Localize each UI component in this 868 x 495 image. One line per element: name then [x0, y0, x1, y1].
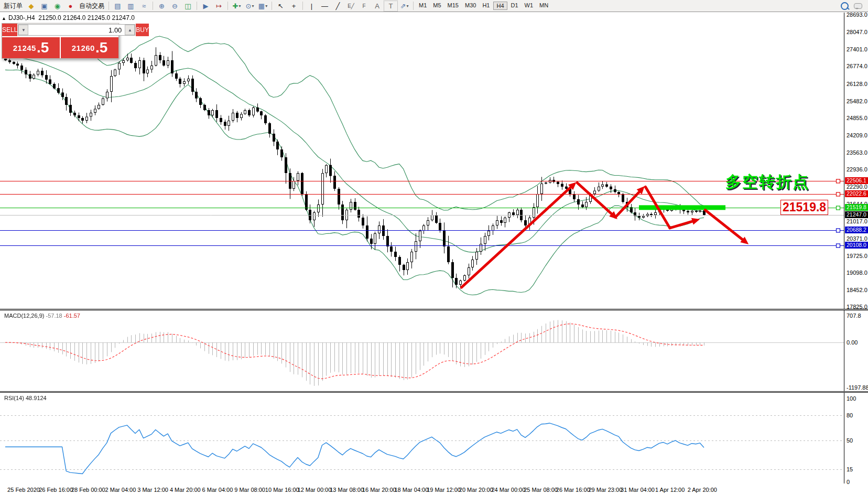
text-icon[interactable]: A [371, 1, 384, 11]
fibonacci-icon[interactable]: F [357, 1, 371, 11]
tile-windows-icon[interactable]: ◫ [181, 1, 194, 11]
rsi-value: 48.9124 [26, 395, 47, 401]
template-icon: ▦ [258, 2, 265, 10]
timeframe-m1[interactable]: M1 [416, 2, 429, 10]
horizontal-line-icon[interactable]: — [318, 1, 331, 11]
collapse-panel-icon[interactable]: ▲ [2, 16, 6, 21]
mt4-window: 新订单 ◆ ▣ ◉ ● 自动交易 ▤ ▥ ≈ ⊕ ⊖ ◫ ▶ ↦ ✚▾ ⊙▾ ▦… [0, 0, 868, 495]
indicators-icon[interactable]: ✚▾ [230, 1, 243, 11]
toolbar-separator [153, 2, 153, 10]
signals-icon[interactable]: ◉ [51, 1, 64, 11]
price-tick: 28693.0 [847, 12, 867, 18]
price-axis-line [844, 13, 844, 483]
price-tick: 28047.0 [847, 29, 867, 35]
timeframe-m5[interactable]: M5 [430, 2, 443, 10]
autotrading-button[interactable]: 自动交易 [77, 1, 106, 11]
price-tick: 26128.0 [847, 81, 867, 87]
zoom-out-icon[interactable]: ⊖ [168, 1, 181, 11]
date-axis[interactable]: 25 Feb 202026 Feb 16:0028 Feb 00:002 Mar… [0, 483, 868, 495]
zoom-in-icon[interactable]: ⊕ [155, 1, 168, 11]
price-tick: 26774.0 [847, 63, 867, 69]
macd-pane-canvas[interactable] [0, 311, 844, 391]
periods-icon[interactable]: ⊙▾ [243, 1, 256, 11]
volume-input[interactable] [28, 25, 125, 35]
bar-chart-icon[interactable]: ▤ [111, 1, 124, 11]
chat-icon[interactable] [854, 3, 862, 9]
cursor-icon[interactable]: ↖ [274, 1, 287, 11]
buy-button[interactable]: BUY [136, 24, 149, 36]
rsi-scale-tick: 15 [847, 466, 853, 472]
pane-separator[interactable] [0, 309, 868, 310]
date-tick: 18 Mar 04:00 [394, 487, 428, 493]
date-tick: 10 Mar 16:00 [265, 487, 299, 493]
price-tick: 22290.0 [847, 184, 867, 190]
line-chart-icon[interactable]: ≈ [137, 1, 150, 11]
date-tick: 24 Mar 00:00 [491, 487, 525, 493]
price-axis-badge: 21519.8 [845, 204, 868, 211]
sell-price: 21245 [13, 44, 36, 52]
timeframe-m30[interactable]: M30 [462, 2, 479, 10]
timeframe-m15[interactable]: M15 [445, 2, 461, 10]
rsi-label: RSI(14) 48.9124 [4, 395, 47, 401]
arrows-icon[interactable]: ⇗▾ [398, 1, 411, 11]
one-click-trading-panel: SELL ▼ ▲ BUY 21245 .5 21260 .5 [2, 23, 119, 59]
candlestick-chart-icon[interactable]: ▥ [124, 1, 137, 11]
price-tick: 18452.0 [847, 287, 867, 293]
support-price-label[interactable]: 21519.8 [780, 200, 828, 215]
autotrading-icon[interactable]: ● [64, 1, 77, 11]
clock-icon: ⊙ [246, 2, 252, 10]
trendline-icon[interactable]: ╱ [331, 1, 344, 11]
timeframe-w1[interactable]: W1 [522, 2, 536, 10]
sell-button[interactable]: SELL [2, 24, 17, 36]
crosshair-icon[interactable]: + [287, 1, 300, 11]
arrow-icon: ⇗ [400, 2, 406, 10]
turning-point-annotation[interactable]: 多空转折点 [725, 171, 809, 193]
templates-icon[interactable]: ▦▾ [256, 1, 269, 11]
volume-decrease-button[interactable]: ▼ [18, 25, 28, 35]
price-tick: 27401.0 [847, 46, 867, 52]
ohlc-values: 21250.0 21264.0 21245.0 21247.0 [38, 14, 135, 21]
timeframe-mn[interactable]: MN [537, 2, 551, 10]
vertical-line-icon[interactable]: | [305, 1, 318, 11]
funnel-icon[interactable]: ◆ [25, 1, 38, 11]
rsi-scale-tick: 50 [847, 437, 853, 444]
toolbar-separator [272, 2, 272, 10]
date-tick: 4 Mar 20:00 [170, 487, 201, 493]
pane-separator[interactable] [0, 391, 868, 393]
rsi-name: RSI(14) [4, 395, 24, 401]
date-tick: 29 Mar 23:00 [588, 487, 622, 493]
toolbar-separator [413, 2, 414, 10]
date-tick: 3 Mar 12:00 [137, 487, 168, 493]
new-order-button[interactable]: 新订单 [2, 1, 25, 11]
price-tick: 23563.0 [847, 149, 867, 156]
timeframe-d1[interactable]: D1 [508, 2, 521, 10]
plus-icon: ✚ [233, 2, 238, 10]
price-axis-badge: 22022.6 [845, 190, 868, 197]
macd-scale-tick: 707.8 [847, 313, 861, 319]
date-tick: 9 Mar 08:00 [234, 487, 265, 493]
equidistant-channel-icon[interactable]: E╱ [344, 1, 357, 11]
macd-name: MACD(12,26,9) [4, 313, 44, 319]
chart-area: DJ30-,H4 21250.0 21264.0 21245.0 21247.0… [0, 13, 868, 495]
price-chart-canvas[interactable] [0, 13, 844, 309]
volume-increase-button[interactable]: ▲ [125, 25, 135, 35]
market-watch-icon[interactable]: ▣ [38, 1, 51, 11]
rsi-scale-tick: 100 [847, 395, 856, 402]
text-label-icon[interactable]: T [384, 1, 398, 12]
rsi-pane-canvas[interactable] [0, 393, 844, 483]
timeframe-h1[interactable]: H1 [480, 2, 492, 10]
date-tick: 26 Feb 16:00 [39, 487, 73, 493]
buy-price: 21260 [72, 44, 95, 52]
chart-shift-icon[interactable]: ↦ [212, 1, 225, 11]
toolbar-separator [227, 2, 228, 10]
auto-scroll-icon[interactable]: ▶ [199, 1, 212, 11]
toolbar-separator [108, 2, 109, 10]
search-icon[interactable] [841, 2, 849, 10]
price-axis-badge: 21247.0 [845, 211, 868, 218]
buy-price-box[interactable]: 21260 .5 [61, 37, 118, 58]
toolbar: 新订单 ◆ ▣ ◉ ● 自动交易 ▤ ▥ ≈ ⊕ ⊖ ◫ ▶ ↦ ✚▾ ⊙▾ ▦… [0, 0, 868, 12]
sell-price-box[interactable]: 21245 .5 [2, 37, 60, 58]
symbol-period-label: DJ30-,H4 [8, 14, 35, 21]
timeframe-h4[interactable]: H4 [493, 2, 507, 10]
buy-price-pips: .5 [95, 41, 107, 54]
